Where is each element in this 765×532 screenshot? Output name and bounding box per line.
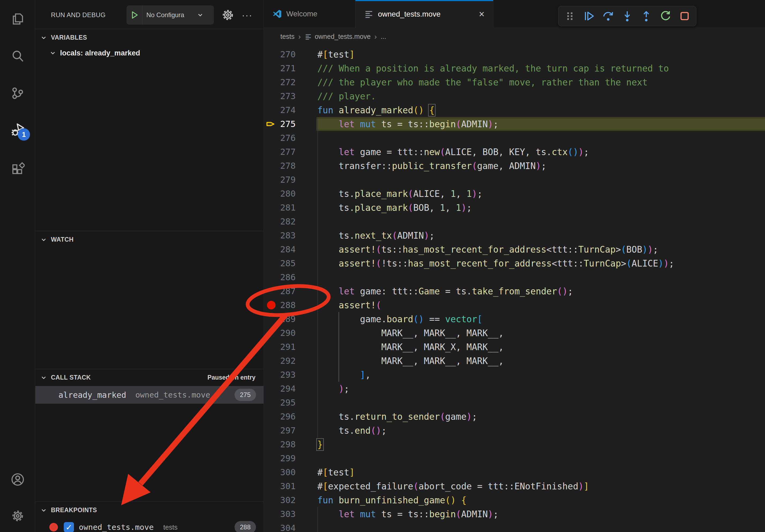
code-line: 292 MARK__, MARK__, MARK__,: [264, 354, 765, 368]
code-line: 278 transfer::public_transfer(game, ADMI…: [264, 159, 765, 173]
code-line: 291 MARK__, MARK_X, MARK__,: [264, 340, 765, 354]
code-line: 294 );: [264, 382, 765, 396]
stop-button[interactable]: [677, 9, 692, 23]
run-and-debug-icon[interactable]: 1: [0, 117, 35, 143]
breakpoint-file: owned_tests.move: [79, 523, 154, 532]
settings-gear-icon[interactable]: [0, 502, 35, 529]
run-and-debug-sidebar: RUN AND DEBUG No Configura ··· VARIABLES…: [35, 0, 264, 532]
breadcrumb-item-tests[interactable]: tests: [280, 33, 295, 40]
line-number: 299: [279, 453, 296, 463]
debug-badge: 1: [18, 128, 30, 140]
breakpoints-header: BREAKPOINTS: [51, 507, 97, 514]
breakpoint-dot-icon: [49, 523, 58, 531]
search-icon[interactable]: [0, 43, 35, 70]
source-control-icon[interactable]: [0, 80, 35, 107]
line-number: 285: [279, 258, 296, 268]
chevron-down-icon: [40, 236, 47, 243]
code-line: 288 assert!(: [264, 298, 765, 312]
more-actions-icon[interactable]: ···: [240, 8, 254, 22]
line-number: 286: [279, 272, 296, 282]
breadcrumb: tests › owned_tests.move › ...: [264, 28, 765, 45]
debug-settings-gear-icon[interactable]: [221, 8, 235, 22]
code-line: 282: [264, 215, 765, 228]
line-number: 281: [279, 202, 296, 213]
line-number: 292: [279, 356, 296, 366]
line-number: 278: [279, 161, 296, 171]
line-number: 276: [279, 133, 296, 143]
call-stack-frame-row[interactable]: already_marked owned_tests.move 275: [35, 386, 264, 404]
line-number: 270: [279, 49, 296, 60]
debug-current-line-arrow-icon: [266, 119, 277, 129]
continue-button[interactable]: [582, 9, 596, 23]
code-line: 285 assert!(!ts::has_most_recent_for_add…: [264, 256, 765, 270]
code-line: 275 let mut ts = ts::begin(ADMIN);: [264, 117, 765, 131]
line-number: 302: [279, 495, 296, 505]
line-number: 274: [279, 105, 296, 115]
editor-group: Welcome owned_tests.move × tests › owned…: [264, 0, 765, 532]
line-number: 279: [279, 175, 296, 185]
file-lines-icon: [364, 9, 374, 19]
line-number: 277: [279, 147, 296, 157]
code-line: 273/// player.: [264, 89, 765, 103]
step-out-button[interactable]: [639, 9, 653, 23]
code-line: 293 ],: [264, 368, 765, 382]
line-number: 295: [279, 398, 296, 408]
code-line: 284 assert!(ts::has_most_recent_for_addr…: [264, 242, 765, 256]
chevron-down-icon: [49, 50, 56, 57]
locals-label: locals: already_marked: [60, 49, 140, 57]
line-number: 272: [279, 77, 296, 87]
tab-owned-tests[interactable]: owned_tests.move ×: [356, 0, 493, 28]
breakpoint-dot-icon[interactable]: [267, 301, 276, 309]
line-number: 284: [279, 244, 296, 254]
line-number: 282: [279, 216, 296, 227]
chevron-down-icon: [197, 12, 204, 19]
line-number: 283: [279, 230, 296, 241]
frame-function-name: already_marked: [58, 390, 126, 400]
breakpoint-checkbox[interactable]: ✓: [64, 522, 74, 532]
code-line: 277 let game = ttt::new(ALICE, BOB, KEY,…: [264, 145, 765, 159]
paused-status: Paused on entry: [208, 374, 256, 381]
breakpoint-row[interactable]: ✓ owned_tests.move tests 288: [35, 519, 264, 532]
step-into-button[interactable]: [620, 9, 634, 23]
activity-bar: 1: [0, 0, 35, 532]
code-editor[interactable]: 270#[test]271/// When a position is alre…: [264, 45, 765, 532]
drag-grip-icon[interactable]: [563, 9, 577, 23]
breakpoint-line-badge: 288: [235, 521, 256, 532]
line-number: 271: [279, 63, 296, 73]
config-dropdown-label: No Configura: [146, 11, 197, 19]
chevron-down-icon: [40, 507, 47, 514]
line-number: 301: [279, 481, 296, 491]
start-debug-icon[interactable]: [127, 5, 143, 25]
line-number: 303: [279, 509, 296, 519]
extensions-icon[interactable]: [0, 155, 35, 182]
chevron-right-icon: ›: [375, 32, 377, 41]
chevron-right-icon: ›: [298, 32, 301, 41]
files-icon[interactable]: [0, 5, 35, 32]
vscode-logo-icon: [272, 9, 282, 19]
tab-welcome[interactable]: Welcome: [264, 0, 356, 28]
locals-scope-row[interactable]: locals: already_marked: [35, 46, 264, 60]
code-line: 274fun already_marked() {: [264, 103, 765, 117]
section-watch[interactable]: WATCH: [35, 231, 264, 248]
watch-header: WATCH: [51, 236, 74, 243]
debug-config-dropdown[interactable]: No Configura: [127, 5, 214, 25]
breakpoint-folder: tests: [163, 523, 178, 531]
code-line: 290 MARK__, MARK__, MARK__,: [264, 326, 765, 340]
code-line: 270#[test]: [264, 47, 765, 61]
code-line: 302fun burn_unfinished_game() {: [264, 493, 765, 507]
section-variables[interactable]: VARIABLES: [35, 29, 264, 46]
account-icon[interactable]: [0, 466, 35, 493]
breadcrumb-item-symbol[interactable]: ...: [381, 33, 386, 40]
section-breakpoints[interactable]: BREAKPOINTS: [35, 501, 264, 519]
breadcrumb-item-file[interactable]: owned_tests.move: [315, 33, 371, 40]
restart-button[interactable]: [658, 9, 673, 23]
close-icon[interactable]: ×: [477, 10, 486, 19]
line-number: 288: [279, 300, 296, 310]
code-line: 276: [264, 131, 765, 145]
code-line: 304: [264, 521, 765, 532]
code-line: 296 ts.return_to_sender(game);: [264, 409, 765, 423]
step-over-button[interactable]: [601, 9, 615, 23]
sidebar-title: RUN AND DEBUG: [51, 11, 106, 19]
code-line: 281 ts.place_mark(BOB, 1, 1);: [264, 201, 765, 215]
section-call-stack[interactable]: CALL STACK Paused on entry: [35, 369, 264, 386]
